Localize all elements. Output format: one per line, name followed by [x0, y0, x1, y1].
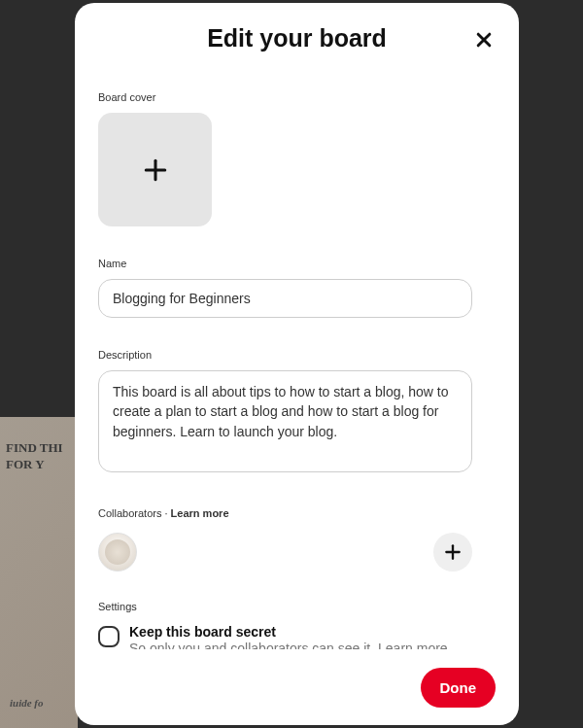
plus-icon: [443, 542, 463, 562]
board-cover-label: Board cover: [98, 91, 496, 103]
secret-title: Keep this board secret: [129, 624, 472, 640]
settings-label: Settings: [98, 601, 496, 612]
description-input[interactable]: [98, 370, 472, 472]
modal-body[interactable]: Board cover Name Description Collaborato…: [75, 62, 519, 649]
name-input[interactable]: [98, 279, 472, 318]
secret-desc: So only you and collaborators can see it…: [129, 641, 472, 649]
collaborators-label: Collaborators · Learn more: [98, 507, 496, 519]
modal-footer: Done: [75, 649, 519, 725]
secret-board-row: Keep this board secret So only you and c…: [98, 624, 472, 649]
description-label: Description: [98, 349, 496, 361]
modal-header: Edit your board: [75, 3, 519, 62]
close-button[interactable]: [470, 26, 497, 53]
name-label: Name: [98, 258, 496, 269]
done-button[interactable]: Done: [421, 668, 497, 708]
edit-board-modal: Edit your board Board cover Name Descrip…: [75, 3, 519, 725]
board-cover-add[interactable]: [98, 113, 212, 226]
plus-icon: [143, 157, 168, 183]
collaborators-learn-more[interactable]: Learn more: [171, 507, 229, 519]
secret-checkbox[interactable]: [98, 626, 120, 647]
avatar[interactable]: [98, 533, 137, 572]
background-text-2: iuide fo: [10, 697, 44, 709]
add-collaborator-button[interactable]: [433, 533, 472, 572]
close-icon: [474, 30, 494, 50]
modal-title: Edit your board: [75, 24, 519, 52]
collaborators-row: [98, 533, 472, 572]
background-text: FIND THI FOR Y: [6, 440, 63, 473]
secret-learn-more[interactable]: Learn more: [378, 641, 448, 649]
secret-text: Keep this board secret So only you and c…: [129, 624, 472, 649]
